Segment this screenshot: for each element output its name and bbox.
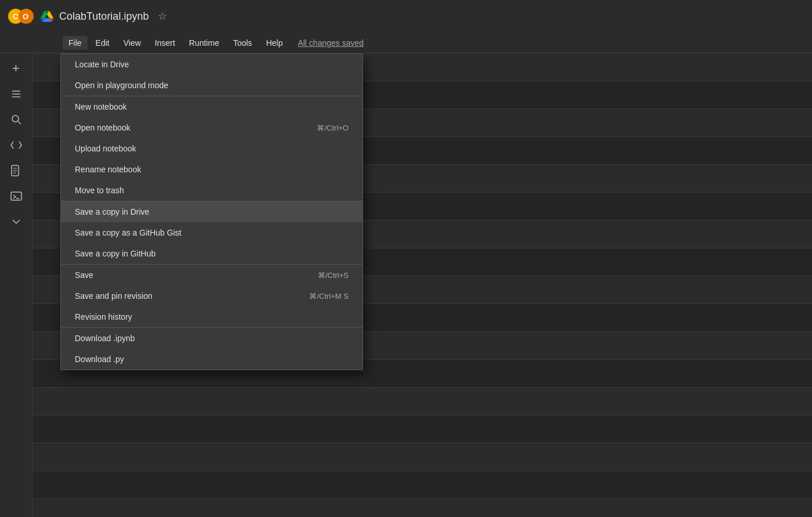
content-band-13 [32,388,812,415]
files-icon[interactable] [6,160,27,181]
add-cell-button[interactable]: + [6,58,27,79]
search-icon[interactable] [6,109,27,130]
content-band-14 [32,415,812,443]
file-title: ColabTutorial.ipynb [59,10,148,23]
new-notebook-item[interactable]: New notebook [61,96,362,117]
code-icon[interactable] [6,135,27,156]
save-copy-drive-item[interactable]: Save a copy in Drive [61,201,362,222]
dropdown-section-save-copies: Save a copy in Drive Save a copy as a Gi… [61,201,362,265]
menu-view[interactable]: View [118,36,147,50]
chevron-down-icon[interactable] [6,211,27,232]
menu-tools[interactable]: Tools [227,36,258,50]
upload-notebook-item[interactable]: Upload notebook [61,138,362,159]
open-playground-item[interactable]: Open in playground mode [61,75,362,96]
drive-icon [41,10,53,22]
sidebar: + [0,53,32,517]
content-band-16 [32,471,812,499]
save-copy-gist-item[interactable]: Save a copy as a GitHub Gist [61,222,362,243]
dropdown-section-locate: Locate in Drive Open in playground mode [61,54,362,96]
svg-point-7 [12,115,19,122]
star-icon[interactable]: ☆ [158,10,167,23]
dropdown-section-download: Download .ipynb Download .py [61,328,362,370]
menu-edit[interactable]: Edit [90,36,115,50]
save-copy-github-item[interactable]: Save a copy in GitHub [61,243,362,264]
revision-history-item[interactable]: Revision history [61,306,362,327]
file-menu-dropdown: Locate in Drive Open in playground mode … [60,53,363,370]
svg-line-8 [18,121,21,124]
svg-rect-13 [11,192,21,200]
rename-notebook-item[interactable]: Rename notebook [61,159,362,180]
dropdown-section-save: Save ⌘/Ctrl+S Save and pin revision ⌘/Ct… [61,265,362,328]
open-notebook-item[interactable]: Open notebook ⌘/Ctrl+O [61,117,362,138]
content-band-15 [32,443,812,471]
save-pin-shortcut: ⌘/Ctrl+M S [309,292,349,301]
save-item[interactable]: Save ⌘/Ctrl+S [61,265,362,285]
all-changes-saved: All changes saved [298,38,364,48]
svg-text:C: C [13,12,19,21]
save-shortcut: ⌘/Ctrl+S [318,271,349,280]
menu-file[interactable]: File [63,36,88,50]
top-bar: C O ColabTutorial.ipynb ☆ [0,0,812,32]
terminal-icon[interactable] [6,186,27,207]
dropdown-section-notebook: New notebook Open notebook ⌘/Ctrl+O Uplo… [61,96,362,201]
menu-insert[interactable]: Insert [149,36,181,50]
download-py-item[interactable]: Download .py [61,349,362,370]
download-ipynb-item[interactable]: Download .ipynb [61,328,362,349]
menu-help[interactable]: Help [260,36,289,50]
table-of-contents-icon[interactable] [6,84,27,104]
move-to-trash-item[interactable]: Move to trash [61,180,362,201]
svg-text:O: O [23,12,28,21]
open-notebook-shortcut: ⌘/Ctrl+O [317,124,349,132]
locate-in-drive-item[interactable]: Locate in Drive [61,54,362,75]
menu-bar: File Edit View Insert Runtime Tools Help… [0,32,812,53]
colab-logo[interactable]: C O [7,2,35,30]
save-pin-revision-item[interactable]: Save and pin revision ⌘/Ctrl+M S [61,285,362,306]
menu-runtime[interactable]: Runtime [183,36,225,50]
